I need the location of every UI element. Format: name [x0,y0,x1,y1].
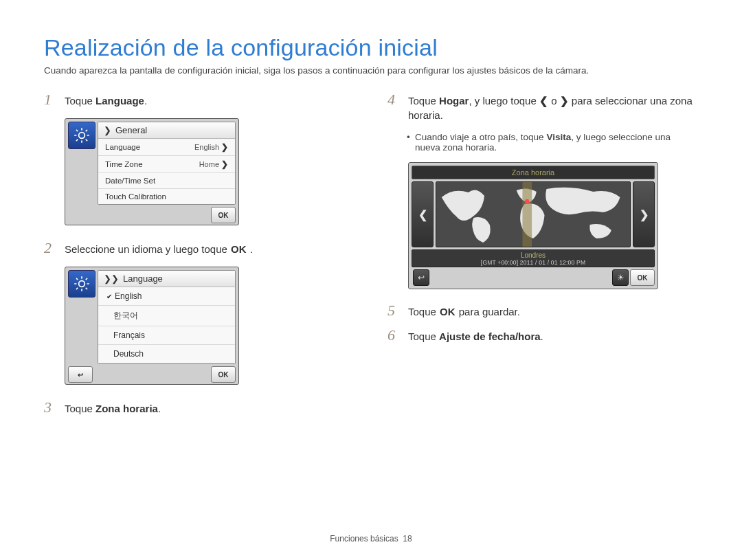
row-label: Touch Calibration [105,192,166,201]
chevron-left-icon: ❮ [418,208,427,221]
step-1-text-b: . [144,95,147,107]
menu-row-timezone[interactable]: Time Zone Home❯ [98,156,235,173]
step-2-text-b: . [247,243,253,255]
step-number: 5 [387,303,404,318]
screenshot-general-menu: ❯ General Language English❯ Time Zone Ho… [65,118,239,225]
menu-row-language[interactable]: Language English❯ [98,139,235,156]
footer-label: Funciones básicas [330,534,398,544]
tz-ok-button[interactable]: OK [630,269,655,286]
right-arrow-icon: ❯ [560,95,569,107]
step-4-sub-a: Cuando viaje a otro país, toque [415,132,546,142]
chevron-right-icon: ❯ [104,125,111,135]
step-6-text-b: . [541,331,543,342]
tz-right-button[interactable]: ❯ [633,181,655,247]
row-value: Home [199,160,219,168]
svg-point-0 [79,133,85,139]
step-6-bold: Ajuste de fecha/hora [439,331,541,342]
chevron-double-right-icon: ❯❯ [104,273,119,284]
step-1-text-a: Toque [65,95,95,107]
screenshot-timezone: Zona horaria ❮ [408,162,658,289]
svg-rect-3 [522,182,532,247]
page-footer: Funciones básicas 18 [0,534,742,544]
step-1-bold: Language [95,95,144,107]
world-map [436,181,631,247]
left-arrow-icon: ❮ [539,95,548,107]
step-number: 4 [387,92,404,107]
step-number: 2 [44,240,60,256]
intro-text: Cuando aparezca la pantalla de configura… [44,65,698,76]
row-label: Time Zone [105,160,143,168]
ok-icon: OK [230,242,247,256]
page-title: Realización de la configuración inicial [44,34,698,61]
svg-point-4 [525,199,529,203]
row-label: Date/Time Set [105,177,155,185]
step-1: 1 Toque Language. [44,93,355,109]
step-4-bold: Hogar [439,95,469,107]
back-arrow-icon: ↩ [418,273,425,282]
step-3: 3 Toque Zona horaria. [44,401,355,416]
step-number: 1 [44,92,60,107]
step-2: 2 Seleccione un idioma y luego toque OK … [44,242,355,257]
chevron-right-icon: ❯ [221,159,228,169]
sun-icon: ☀ [617,273,625,282]
bullet-icon: • [407,132,415,153]
step-number: 6 [387,328,404,343]
tz-gmt-line: [GMT +00:00] 2011 / 01 / 01 12:00 PM [412,259,654,266]
tz-city: Londres [GMT +00:00] 2011 / 01 / 01 12:0… [412,249,655,267]
ok-icon: OK [439,304,456,319]
chevron-right-icon: ❯ [221,142,228,152]
panel-header-label: Language [123,273,163,284]
back-arrow-icon: ↩ [78,371,83,379]
step-6-text-a: Toque [408,331,439,342]
step-5: 5 Toque OK para guardar. [387,304,698,320]
step-5-text-a: Toque [408,306,439,317]
ok-button[interactable]: OK [211,366,236,383]
panel-header: ❯❯ Language [98,271,235,287]
gear-icon [68,270,95,298]
tz-dst-button[interactable]: ☀ [612,269,629,286]
step-3-bold: Zona horaria [95,403,158,414]
row-label: Language [105,143,140,151]
chevron-right-icon: ❯ [640,208,649,221]
step-4-sub-bold: Visita [546,132,571,142]
step-5-text-b: para guardar. [456,306,520,317]
step-4: 4 Toque Hogar, y luego toque ❮ o ❯ para … [387,93,698,122]
tz-back-button[interactable]: ↩ [413,269,429,286]
step-number: 3 [44,400,60,415]
screenshot-language-menu: ❯❯ Language English 한국어 Français Deutsch… [65,267,239,385]
step-6: 6 Toque Ajuste de fecha/hora. [387,329,698,344]
step-4-or: o [548,95,560,107]
tz-city-name: Londres [521,251,546,259]
menu-row-datetime[interactable]: Date/Time Set [98,173,235,189]
step-4-sub: • Cuando viaje a otro país, toque Visita… [407,132,698,153]
gear-icon [68,122,95,149]
language-option-english[interactable]: English [98,287,235,306]
menu-row-touchcal[interactable]: Touch Calibration [98,189,235,204]
footer-page: 18 [403,534,412,544]
language-option-french[interactable]: Français [98,326,235,345]
panel-header-label: General [115,125,147,135]
svg-point-1 [79,281,85,287]
step-3-text-b: . [158,403,161,414]
tz-title: Zona horaria [412,166,655,179]
step-4-text-b: , y luego toque [469,95,539,107]
back-button[interactable]: ↩ [68,366,93,383]
step-2-text-a: Seleccione un idioma y luego toque [65,243,230,255]
panel-header: ❯ General [98,122,235,139]
step-3-text-a: Toque [65,403,95,414]
tz-left-button[interactable]: ❮ [412,181,434,247]
language-option-korean[interactable]: 한국어 [98,306,235,326]
step-4-text-a: Toque [408,95,439,107]
row-value: English [194,143,219,151]
language-option-german[interactable]: Deutsch [98,345,235,363]
ok-button[interactable]: OK [211,207,236,223]
